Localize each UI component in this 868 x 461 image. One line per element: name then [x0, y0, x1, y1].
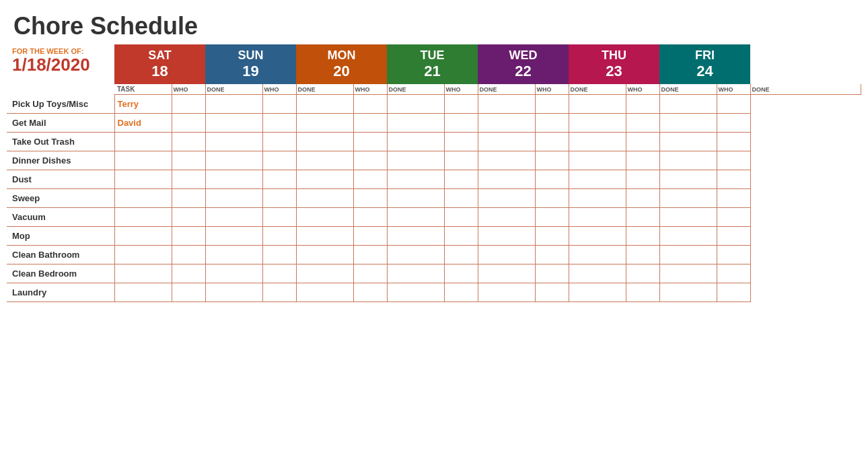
- fri-done-cell[interactable]: [717, 95, 750, 114]
- wed-done-cell[interactable]: [535, 95, 569, 114]
- sat-done-cell[interactable]: [172, 151, 205, 170]
- tue-done-cell[interactable]: [444, 188, 478, 207]
- tue-done-cell[interactable]: [444, 151, 478, 170]
- sun-done-cell[interactable]: [262, 283, 296, 302]
- wed-who-cell[interactable]: [478, 207, 535, 226]
- thu-who-cell[interactable]: [569, 132, 626, 151]
- fri-done-cell[interactable]: [717, 132, 750, 151]
- sat-done-cell[interactable]: [172, 245, 205, 264]
- mon-who-cell[interactable]: [296, 245, 353, 264]
- fri-who-cell[interactable]: [659, 207, 717, 226]
- sat-done-cell[interactable]: [172, 170, 205, 188]
- wed-done-cell[interactable]: [535, 245, 569, 264]
- thu-who-cell[interactable]: [569, 245, 626, 264]
- fri-who-cell[interactable]: [659, 226, 717, 245]
- thu-who-cell[interactable]: [569, 264, 626, 283]
- sun-who-cell[interactable]: [205, 132, 262, 151]
- sat-done-cell[interactable]: [172, 95, 205, 114]
- fri-done-cell[interactable]: [717, 113, 750, 132]
- wed-done-cell[interactable]: [535, 170, 569, 188]
- sat-who-cell[interactable]: [114, 170, 172, 188]
- mon-who-cell[interactable]: [296, 283, 353, 302]
- wed-who-cell[interactable]: [478, 283, 535, 302]
- mon-who-cell[interactable]: [296, 132, 353, 151]
- sat-who-cell[interactable]: [114, 188, 172, 207]
- sun-who-cell[interactable]: [205, 207, 262, 226]
- mon-who-cell[interactable]: [296, 207, 353, 226]
- sun-done-cell[interactable]: [262, 188, 296, 207]
- sun-who-cell[interactable]: [205, 188, 262, 207]
- mon-who-cell[interactable]: [296, 188, 353, 207]
- sun-who-cell[interactable]: [205, 151, 262, 170]
- fri-done-cell[interactable]: [717, 170, 750, 188]
- sat-who-cell[interactable]: [114, 264, 172, 283]
- sat-done-cell[interactable]: [172, 188, 205, 207]
- tue-done-cell[interactable]: [444, 132, 478, 151]
- fri-who-cell[interactable]: [659, 188, 717, 207]
- fri-done-cell[interactable]: [717, 283, 750, 302]
- tue-who-cell[interactable]: [387, 170, 444, 188]
- wed-who-cell[interactable]: [478, 151, 535, 170]
- mon-who-cell[interactable]: [296, 95, 353, 114]
- fri-done-cell[interactable]: [717, 264, 750, 283]
- mon-done-cell[interactable]: [353, 245, 387, 264]
- mon-who-cell[interactable]: [296, 226, 353, 245]
- sun-who-cell[interactable]: [205, 245, 262, 264]
- sun-who-cell[interactable]: [205, 113, 262, 132]
- mon-done-cell[interactable]: [353, 188, 387, 207]
- tue-who-cell[interactable]: [387, 151, 444, 170]
- wed-done-cell[interactable]: [535, 188, 569, 207]
- fri-done-cell[interactable]: [717, 226, 750, 245]
- wed-done-cell[interactable]: [535, 264, 569, 283]
- thu-done-cell[interactable]: [626, 188, 659, 207]
- tue-done-cell[interactable]: [444, 207, 478, 226]
- tue-done-cell[interactable]: [444, 283, 478, 302]
- tue-done-cell[interactable]: [444, 170, 478, 188]
- tue-who-cell[interactable]: [387, 283, 444, 302]
- mon-who-cell[interactable]: [296, 264, 353, 283]
- thu-done-cell[interactable]: [626, 245, 659, 264]
- tue-done-cell[interactable]: [444, 226, 478, 245]
- mon-who-cell[interactable]: [296, 113, 353, 132]
- mon-done-cell[interactable]: [353, 226, 387, 245]
- fri-done-cell[interactable]: [717, 207, 750, 226]
- fri-who-cell[interactable]: [659, 151, 717, 170]
- sat-who-cell[interactable]: [114, 245, 172, 264]
- thu-who-cell[interactable]: [569, 283, 626, 302]
- thu-who-cell[interactable]: [569, 95, 626, 114]
- fri-who-cell[interactable]: [659, 245, 717, 264]
- sat-done-cell[interactable]: [172, 207, 205, 226]
- mon-done-cell[interactable]: [353, 207, 387, 226]
- mon-done-cell[interactable]: [353, 170, 387, 188]
- wed-who-cell[interactable]: [478, 113, 535, 132]
- sat-who-cell[interactable]: [114, 226, 172, 245]
- sat-who-cell[interactable]: [114, 151, 172, 170]
- mon-who-cell[interactable]: [296, 151, 353, 170]
- mon-done-cell[interactable]: [353, 283, 387, 302]
- thu-who-cell[interactable]: [569, 113, 626, 132]
- fri-who-cell[interactable]: [659, 132, 717, 151]
- thu-done-cell[interactable]: [626, 151, 659, 170]
- wed-done-cell[interactable]: [535, 226, 569, 245]
- fri-who-cell[interactable]: [659, 170, 717, 188]
- sun-who-cell[interactable]: [205, 95, 262, 114]
- fri-who-cell[interactable]: [659, 264, 717, 283]
- wed-done-cell[interactable]: [535, 151, 569, 170]
- tue-done-cell[interactable]: [444, 113, 478, 132]
- sun-done-cell[interactable]: [262, 264, 296, 283]
- tue-who-cell[interactable]: [387, 95, 444, 114]
- thu-who-cell[interactable]: [569, 151, 626, 170]
- thu-done-cell[interactable]: [626, 283, 659, 302]
- sun-done-cell[interactable]: [262, 207, 296, 226]
- sun-done-cell[interactable]: [262, 170, 296, 188]
- tue-who-cell[interactable]: [387, 226, 444, 245]
- thu-done-cell[interactable]: [626, 113, 659, 132]
- sat-done-cell[interactable]: [172, 132, 205, 151]
- mon-done-cell[interactable]: [353, 151, 387, 170]
- sat-who-cell[interactable]: David: [114, 113, 172, 132]
- sun-done-cell[interactable]: [262, 95, 296, 114]
- sun-done-cell[interactable]: [262, 151, 296, 170]
- thu-done-cell[interactable]: [626, 226, 659, 245]
- sun-done-cell[interactable]: [262, 132, 296, 151]
- mon-done-cell[interactable]: [353, 264, 387, 283]
